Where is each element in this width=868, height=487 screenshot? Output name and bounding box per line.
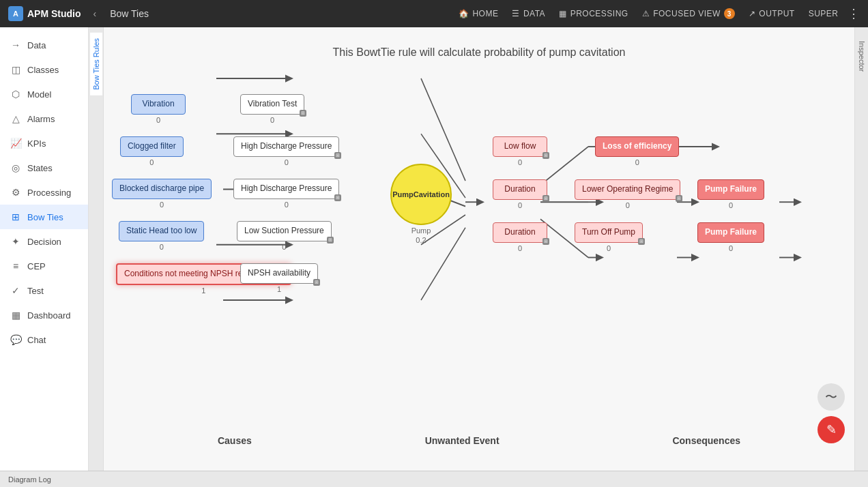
connector-icon: ⊞ [542, 195, 549, 202]
connector-icon: ⊞ [542, 152, 549, 159]
nav-super[interactable]: SUPER ⋮ [809, 6, 860, 21]
model-icon: ⬡ [10, 89, 22, 100]
sidebar-item-alarms[interactable]: △ Alarms [0, 106, 88, 131]
cause-static-head[interactable]: Static Head too low 0 [119, 221, 204, 251]
diagram-log-label[interactable]: Diagram Log [8, 475, 51, 484]
vertical-tabs: Bow Ties Rules [89, 27, 104, 471]
sidebar-item-classes[interactable]: ◫ Classes [0, 57, 88, 82]
connector-icon: ⊞ [300, 110, 306, 117]
top-nav: 🏠 HOME ☰ DATA ▦ PROCESSING ⚠ FOCUSED VIE… [459, 6, 860, 21]
logo-icon: A [8, 6, 23, 21]
bottom-bar: Diagram Log [0, 471, 868, 487]
consequence-duration-1[interactable]: Duration ⊞ 0 [493, 179, 547, 209]
collapse-sidebar-button[interactable]: ‹ [93, 8, 97, 19]
chat-icon: 💬 [10, 334, 22, 345]
decision-icon: ✦ [10, 236, 22, 247]
app-logo[interactable]: A APM Studio [8, 6, 81, 21]
barrier-low-suction[interactable]: Low Suction Pressure ⊞ 0 [237, 221, 332, 251]
barrier-high-discharge-1[interactable]: High Discharge Pressure ⊞ 0 [233, 136, 339, 166]
barrier-vibration-test[interactable]: Vibration Test ⊞ 0 [240, 94, 304, 124]
sidebar-item-cep[interactable]: ≡ CEP [0, 254, 88, 278]
processing-icon: ▦ [559, 9, 567, 18]
bowties-icon: ⊞ [10, 211, 22, 222]
nav-processing[interactable]: ▦ PROCESSING [559, 9, 628, 18]
final-loss-of-efficiency[interactable]: Loss of efficiency 0 [595, 136, 679, 166]
cause-vibration[interactable]: Vibration 0 [131, 94, 186, 124]
connector-icon: ⊞ [313, 279, 320, 286]
connector-icon: ⊞ [542, 238, 549, 245]
main-layout: → Data ◫ Classes ⬡ Model △ Alarms 📈 KPIs… [0, 27, 868, 471]
sidebar-item-bowties[interactable]: ⊞ Bow Ties [0, 205, 88, 229]
sidebar: → Data ◫ Classes ⬡ Model △ Alarms 📈 KPIs… [0, 27, 89, 471]
breadcrumb: Bow Ties [110, 8, 149, 19]
sidebar-item-model[interactable]: ⬡ Model [0, 82, 88, 106]
sidebar-item-dashboard[interactable]: ▦ Dashboard [0, 303, 88, 327]
dashboard-icon: ▦ [10, 310, 22, 321]
graph-view-button[interactable]: 〜 [818, 383, 845, 411]
connector-icon: ⊞ [327, 237, 334, 244]
warning-icon: ⚠ [642, 9, 650, 18]
output-icon: ↗ [749, 9, 756, 18]
data-icon: ☰ [512, 9, 520, 18]
processing-nav-icon: ⚙ [10, 187, 22, 198]
alarms-icon: △ [10, 113, 22, 124]
cause-blocked-discharge[interactable]: Blocked discharge pipe 0 [112, 179, 212, 209]
final-pump-failure-1[interactable]: Pump Failure 0 [697, 179, 764, 209]
data-nav-icon: → [10, 40, 22, 50]
topbar: A APM Studio ‹ Bow Ties 🏠 HOME ☰ DATA ▦ … [0, 0, 868, 27]
barrier-npsh-availability[interactable]: NPSH availability ⊞ 1 [240, 263, 318, 293]
nav-focused-view[interactable]: ⚠ FOCUSED VIEW 3 [642, 8, 735, 19]
diagram-title: This BowtTie rule will calculate probabi… [104, 46, 854, 59]
inspector-panel: Inspector [854, 27, 868, 471]
connector-icon: ⊞ [334, 194, 341, 201]
edit-button[interactable]: ✎ [818, 416, 845, 443]
connector-icon: ⊞ [676, 195, 682, 202]
nav-data[interactable]: ☰ DATA [512, 9, 545, 18]
inspector-tab-label[interactable]: Inspector [858, 41, 866, 72]
final-pump-failure-2[interactable]: Pump Failure 0 [697, 222, 764, 252]
canvas-area: This BowtTie rule will calculate probabi… [104, 27, 854, 471]
barrier-high-discharge-2[interactable]: High Discharge Pressure ⊞ 0 [233, 179, 339, 209]
causes-label: Causes [218, 435, 252, 446]
cause-clogged-filter[interactable]: Clogged filter 0 [120, 136, 184, 166]
nav-output[interactable]: ↗ OUTPUT [749, 9, 795, 18]
fab-container: 〜 ✎ [818, 383, 845, 443]
app-name: APM Studio [27, 8, 81, 19]
unwanted-event-label: Unwanted Event [425, 435, 500, 446]
consequences-label: Consequences [672, 435, 740, 446]
sidebar-item-decision[interactable]: ✦ Decision [0, 229, 88, 254]
sidebar-item-test[interactable]: ✓ Test [0, 278, 88, 303]
consequence-low-flow[interactable]: Low flow ⊞ 0 [493, 136, 547, 166]
sidebar-item-states[interactable]: ◎ States [0, 156, 88, 180]
diagram-labels: Causes Unwanted Event Consequences [104, 435, 854, 446]
connector-icon: ⊞ [638, 238, 645, 245]
classes-icon: ◫ [10, 64, 22, 75]
central-event-pump-cavitation[interactable]: PumpCavitation Pump 0.2 [390, 164, 452, 244]
kpis-icon: 📈 [10, 138, 22, 149]
sidebar-item-data[interactable]: → Data [0, 33, 88, 57]
consequence-lower-operating[interactable]: Lower Operating Regime ⊞ 0 [575, 179, 680, 209]
sidebar-item-kpis[interactable]: 📈 KPIs [0, 131, 88, 156]
bowtie-rules-tab[interactable]: Bow Ties Rules [90, 33, 102, 95]
connector-icon: ⊞ [334, 152, 341, 159]
test-icon: ✓ [10, 285, 22, 296]
nav-home[interactable]: 🏠 HOME [459, 9, 499, 18]
cep-icon: ≡ [10, 261, 22, 271]
focused-view-badge: 3 [724, 8, 735, 19]
sidebar-item-chat[interactable]: 💬 Chat [0, 327, 88, 352]
more-options-icon: ⋮ [848, 6, 860, 21]
consequence-duration-2[interactable]: Duration ⊞ 0 [493, 222, 547, 252]
states-icon: ◎ [10, 162, 22, 173]
sidebar-item-processing[interactable]: ⚙ Processing [0, 180, 88, 205]
home-icon: 🏠 [459, 9, 469, 18]
consequence-turn-off-pump[interactable]: Turn Off Pump ⊞ 0 [575, 222, 643, 252]
